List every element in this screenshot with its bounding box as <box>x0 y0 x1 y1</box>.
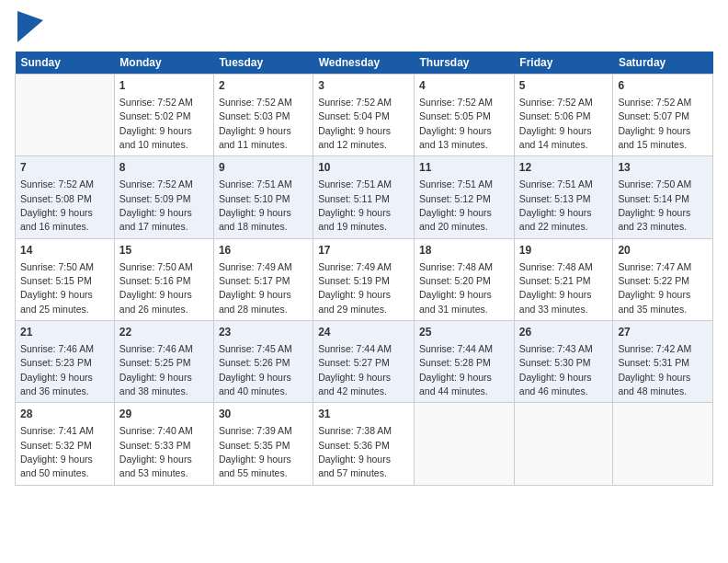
cell-data: Sunrise: 7:44 AMSunset: 5:27 PMDaylight:… <box>318 343 392 396</box>
day-number: 3 <box>318 78 409 94</box>
cell-data: Sunrise: 7:50 AMSunset: 5:15 PMDaylight:… <box>20 261 94 315</box>
header-day-friday: Friday <box>514 52 613 75</box>
header-day-thursday: Thursday <box>415 52 515 75</box>
day-number: 17 <box>318 243 409 259</box>
day-number: 10 <box>318 160 409 176</box>
cell-data: Sunrise: 7:48 AMSunset: 5:20 PMDaylight:… <box>419 261 493 315</box>
cell-data: Sunrise: 7:52 AMSunset: 5:02 PMDaylight:… <box>119 97 193 150</box>
day-number: 5 <box>519 78 609 94</box>
calendar-cell: 4 Sunrise: 7:52 AMSunset: 5:05 PMDayligh… <box>415 75 515 156</box>
calendar-cell: 7 Sunrise: 7:52 AMSunset: 5:08 PMDayligh… <box>16 156 115 238</box>
cell-data: Sunrise: 7:47 AMSunset: 5:22 PMDaylight:… <box>618 261 691 315</box>
logo-icon <box>17 11 43 42</box>
calendar-cell: 17 Sunrise: 7:49 AMSunset: 5:19 PMDaylig… <box>313 238 415 320</box>
calendar-cell: 13 Sunrise: 7:50 AMSunset: 5:14 PMDaylig… <box>613 156 713 238</box>
calendar-cell: 20 Sunrise: 7:47 AMSunset: 5:22 PMDaylig… <box>613 238 713 320</box>
calendar-body: 1 Sunrise: 7:52 AMSunset: 5:02 PMDayligh… <box>16 75 713 486</box>
day-number: 21 <box>20 325 109 340</box>
day-number: 25 <box>419 325 509 340</box>
calendar-cell <box>415 403 515 485</box>
day-number: 22 <box>119 325 209 340</box>
header-day-sunday: Sunday <box>16 52 115 75</box>
day-number: 18 <box>419 243 509 259</box>
week-row-2: 7 Sunrise: 7:52 AMSunset: 5:08 PMDayligh… <box>16 156 713 238</box>
calendar-cell: 12 Sunrise: 7:51 AMSunset: 5:13 PMDaylig… <box>514 156 613 238</box>
cell-data: Sunrise: 7:52 AMSunset: 5:08 PMDaylight:… <box>20 178 94 232</box>
calendar-cell: 15 Sunrise: 7:50 AMSunset: 5:16 PMDaylig… <box>114 238 213 320</box>
day-number: 11 <box>419 160 509 176</box>
calendar-cell: 3 Sunrise: 7:52 AMSunset: 5:04 PMDayligh… <box>313 75 415 156</box>
calendar-cell: 14 Sunrise: 7:50 AMSunset: 5:15 PMDaylig… <box>16 238 115 320</box>
calendar-cell: 24 Sunrise: 7:44 AMSunset: 5:27 PMDaylig… <box>313 321 415 403</box>
calendar-cell: 19 Sunrise: 7:48 AMSunset: 5:21 PMDaylig… <box>514 238 613 320</box>
cell-data: Sunrise: 7:46 AMSunset: 5:25 PMDaylight:… <box>119 343 193 396</box>
calendar-cell: 25 Sunrise: 7:44 AMSunset: 5:28 PMDaylig… <box>415 321 515 403</box>
page-container: SundayMondayTuesdayWednesdayThursdayFrid… <box>0 0 728 495</box>
week-row-1: 1 Sunrise: 7:52 AMSunset: 5:02 PMDayligh… <box>16 75 713 156</box>
calendar-cell <box>514 403 613 485</box>
week-row-3: 14 Sunrise: 7:50 AMSunset: 5:15 PMDaylig… <box>16 238 713 320</box>
day-number: 2 <box>219 78 308 94</box>
calendar-cell: 22 Sunrise: 7:46 AMSunset: 5:25 PMDaylig… <box>114 321 213 403</box>
calendar-cell <box>613 403 713 485</box>
calendar-cell: 8 Sunrise: 7:52 AMSunset: 5:09 PMDayligh… <box>114 156 213 238</box>
week-row-4: 21 Sunrise: 7:46 AMSunset: 5:23 PMDaylig… <box>16 321 713 403</box>
day-number: 23 <box>219 325 308 340</box>
calendar-cell: 31 Sunrise: 7:38 AMSunset: 5:36 PMDaylig… <box>313 403 415 485</box>
calendar-header: SundayMondayTuesdayWednesdayThursdayFrid… <box>16 52 713 75</box>
day-number: 24 <box>318 325 409 340</box>
week-row-5: 28 Sunrise: 7:41 AMSunset: 5:32 PMDaylig… <box>16 403 713 485</box>
cell-data: Sunrise: 7:51 AMSunset: 5:11 PMDaylight:… <box>318 178 392 232</box>
calendar-cell: 18 Sunrise: 7:48 AMSunset: 5:20 PMDaylig… <box>415 238 515 320</box>
day-number: 1 <box>119 78 209 94</box>
day-number: 28 <box>20 407 109 422</box>
day-number: 15 <box>119 243 209 259</box>
cell-data: Sunrise: 7:40 AMSunset: 5:33 PMDaylight:… <box>119 425 193 478</box>
day-number: 4 <box>419 78 509 94</box>
calendar-cell: 11 Sunrise: 7:51 AMSunset: 5:12 PMDaylig… <box>415 156 515 238</box>
cell-data: Sunrise: 7:42 AMSunset: 5:31 PMDaylight:… <box>618 343 691 396</box>
day-number: 6 <box>618 78 708 94</box>
day-number: 26 <box>519 325 609 340</box>
cell-data: Sunrise: 7:50 AMSunset: 5:16 PMDaylight:… <box>119 261 193 315</box>
cell-data: Sunrise: 7:48 AMSunset: 5:21 PMDaylight:… <box>519 261 593 315</box>
calendar-cell: 26 Sunrise: 7:43 AMSunset: 5:30 PMDaylig… <box>514 321 613 403</box>
calendar-cell: 1 Sunrise: 7:52 AMSunset: 5:02 PMDayligh… <box>114 75 213 156</box>
header-row: SundayMondayTuesdayWednesdayThursdayFrid… <box>16 52 713 75</box>
cell-data: Sunrise: 7:43 AMSunset: 5:30 PMDaylight:… <box>519 343 593 396</box>
day-number: 27 <box>618 325 708 340</box>
cell-data: Sunrise: 7:44 AMSunset: 5:28 PMDaylight:… <box>419 343 493 396</box>
day-number: 13 <box>618 160 708 176</box>
header-day-monday: Monday <box>114 52 213 75</box>
calendar-cell: 27 Sunrise: 7:42 AMSunset: 5:31 PMDaylig… <box>613 321 713 403</box>
calendar-cell: 5 Sunrise: 7:52 AMSunset: 5:06 PMDayligh… <box>514 75 613 156</box>
calendar-cell: 28 Sunrise: 7:41 AMSunset: 5:32 PMDaylig… <box>16 403 115 485</box>
calendar-cell: 23 Sunrise: 7:45 AMSunset: 5:26 PMDaylig… <box>213 321 313 403</box>
cell-data: Sunrise: 7:52 AMSunset: 5:07 PMDaylight:… <box>618 97 691 150</box>
cell-data: Sunrise: 7:39 AMSunset: 5:35 PMDaylight:… <box>219 425 292 478</box>
cell-data: Sunrise: 7:38 AMSunset: 5:36 PMDaylight:… <box>318 425 392 478</box>
calendar-table: SundayMondayTuesdayWednesdayThursdayFrid… <box>15 52 713 486</box>
calendar-cell: 21 Sunrise: 7:46 AMSunset: 5:23 PMDaylig… <box>16 321 115 403</box>
day-number: 20 <box>618 243 708 259</box>
day-number: 16 <box>219 243 308 259</box>
calendar-cell: 10 Sunrise: 7:51 AMSunset: 5:11 PMDaylig… <box>313 156 415 238</box>
cell-data: Sunrise: 7:49 AMSunset: 5:17 PMDaylight:… <box>219 261 292 315</box>
calendar-cell: 2 Sunrise: 7:52 AMSunset: 5:03 PMDayligh… <box>213 75 313 156</box>
header-day-saturday: Saturday <box>613 52 713 75</box>
cell-data: Sunrise: 7:52 AMSunset: 5:03 PMDaylight:… <box>219 97 292 150</box>
calendar-cell <box>16 75 115 156</box>
cell-data: Sunrise: 7:52 AMSunset: 5:04 PMDaylight:… <box>318 97 392 150</box>
cell-data: Sunrise: 7:49 AMSunset: 5:19 PMDaylight:… <box>318 261 392 315</box>
calendar-cell: 9 Sunrise: 7:51 AMSunset: 5:10 PMDayligh… <box>213 156 313 238</box>
cell-data: Sunrise: 7:41 AMSunset: 5:32 PMDaylight:… <box>20 425 94 478</box>
header <box>15 15 713 42</box>
calendar-cell: 16 Sunrise: 7:49 AMSunset: 5:17 PMDaylig… <box>213 238 313 320</box>
day-number: 9 <box>219 160 308 176</box>
day-number: 19 <box>519 243 609 259</box>
day-number: 30 <box>219 407 308 422</box>
day-number: 12 <box>519 160 609 176</box>
cell-data: Sunrise: 7:51 AMSunset: 5:13 PMDaylight:… <box>519 178 593 232</box>
cell-data: Sunrise: 7:50 AMSunset: 5:14 PMDaylight:… <box>618 178 691 232</box>
svg-marker-0 <box>17 11 43 42</box>
